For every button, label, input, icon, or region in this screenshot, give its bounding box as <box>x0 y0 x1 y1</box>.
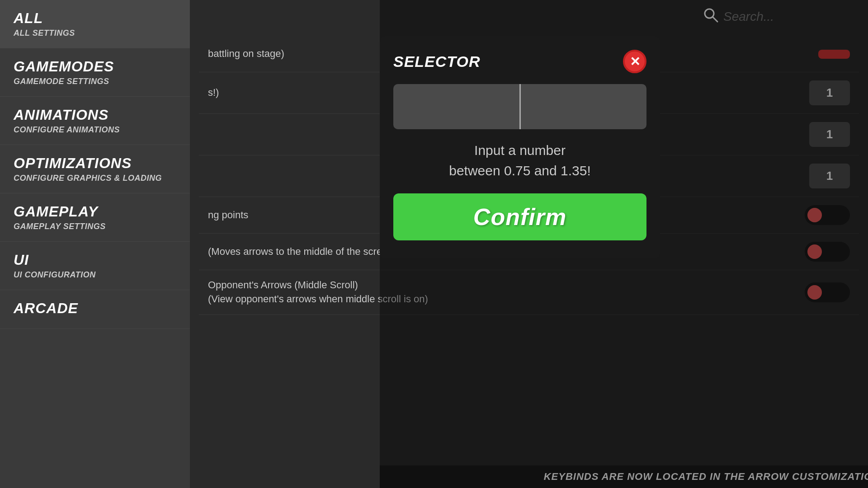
main-content: battling on stage) s!) 1 1 1 <box>190 0 868 488</box>
setting-label-1: battling on stage) <box>208 47 284 61</box>
sidebar-item-ui-sub: UI Configuration <box>14 270 176 280</box>
sidebar-item-all-sub: All Settings <box>14 28 176 38</box>
sidebar-item-animations-main: Animations <box>14 107 176 123</box>
sidebar-item-ui-main: UI <box>14 252 176 268</box>
setting-label-5: ng points <box>208 208 248 222</box>
sidebar-item-gamemodes[interactable]: Gamemodes Gamemode Settings <box>0 48 190 97</box>
sidebar: All All Settings Gamemodes Gamemode Sett… <box>0 0 190 488</box>
sidebar-item-gameplay-main: Gameplay <box>14 203 176 220</box>
modal-dialog: Selector ✕ Input a numberbetween 0.75 an… <box>380 36 660 258</box>
sidebar-item-optimizations-sub: Configure Graphics & Loading <box>14 174 176 183</box>
sidebar-item-all[interactable]: All All Settings <box>0 0 190 48</box>
sidebar-item-gamemodes-sub: Gamemode Settings <box>14 77 176 86</box>
sidebar-item-gameplay[interactable]: Gameplay Gameplay Settings <box>0 193 190 242</box>
modal-title: Selector <box>393 53 481 70</box>
modal-description: Input a numberbetween 0.75 and 1.35! <box>393 140 646 181</box>
sidebar-item-arcade[interactable]: Arcade <box>0 290 190 329</box>
sidebar-item-all-main: All <box>14 10 176 27</box>
modal-header: Selector ✕ <box>393 50 646 73</box>
confirm-button[interactable]: Confirm <box>393 193 646 240</box>
sidebar-item-optimizations[interactable]: Optimizations Configure Graphics & Loadi… <box>0 145 190 193</box>
sidebar-item-arcade-main: Arcade <box>14 300 176 317</box>
modal-close-button[interactable]: ✕ <box>623 50 646 73</box>
setting-label-2: s!) <box>208 86 219 100</box>
number-input-right <box>521 84 647 129</box>
number-input-left <box>393 84 519 129</box>
sidebar-item-optimizations-main: Optimizations <box>14 155 176 172</box>
sidebar-item-animations[interactable]: Animations Configure Animations <box>0 97 190 145</box>
sidebar-item-animations-sub: Configure Animations <box>14 125 176 135</box>
sidebar-item-gameplay-sub: Gameplay Settings <box>14 222 176 231</box>
sidebar-item-ui[interactable]: UI UI Configuration <box>0 242 190 290</box>
number-input-area <box>393 84 646 129</box>
sidebar-item-gamemodes-main: Gamemodes <box>14 58 176 75</box>
modal-overlay: Selector ✕ Input a numberbetween 0.75 an… <box>380 0 868 488</box>
setting-label-6: (Moves arrows to the middle of the scree… <box>208 245 396 259</box>
number-input-field[interactable] <box>393 84 519 129</box>
